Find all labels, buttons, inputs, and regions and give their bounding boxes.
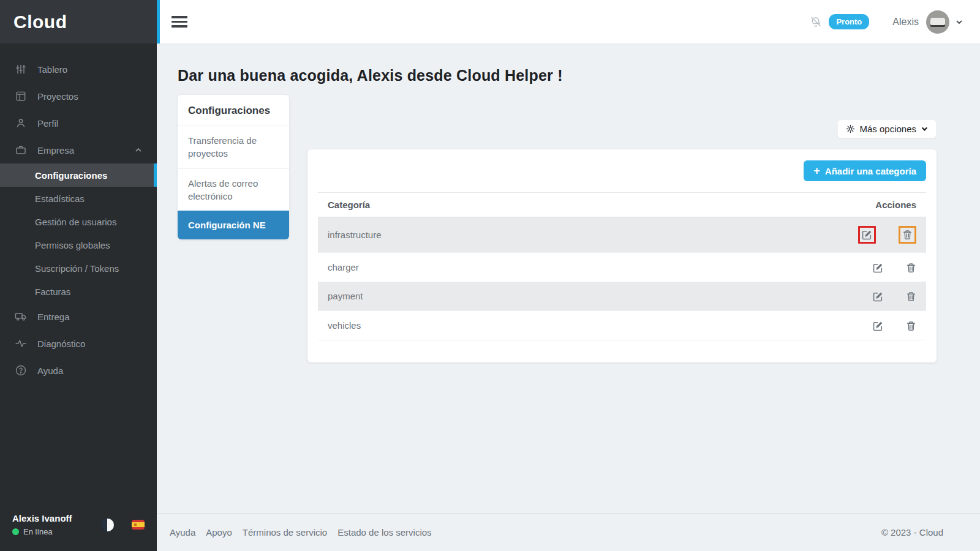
settings-item-transferencia[interactable]: Transferencia de proyectos [178,126,289,168]
dark-mode-toggle-icon[interactable] [100,518,115,532]
delete-icon[interactable] [906,263,916,273]
sidebar-item-proyectos[interactable]: Proyectos [0,83,157,110]
table-row: infrastructure [318,217,926,253]
table-row: charger [318,253,926,282]
topbar: Pronto Alexis [157,0,980,43]
submenu-item-suscripcion-tokens[interactable]: Suscripción / Tokens [0,257,157,280]
submenu-item-gestion-de-usuarios[interactable]: Gestión de usuarios [0,210,157,233]
sidebar-item-label: Ayuda [37,365,63,376]
sidebar-item-label: Tablero [37,64,67,75]
table-row: payment [318,282,926,311]
edit-icon[interactable] [858,226,876,244]
right-column: Más opciones + Añadir una categoría [307,95,937,362]
briefcase-icon [15,144,27,156]
settings-item-configuracion-ne[interactable]: Configuración NE [178,211,289,239]
categories-table: Categoría Acciones infrastructure [318,192,926,340]
truck-icon [15,310,27,323]
chevron-up-icon [135,146,142,154]
sidebar-item-label: Entrega [37,312,70,322]
footer-link-estado-servicios[interactable]: Estado de los servicios [337,527,431,538]
empresa-submenu: Configuraciones Estadísticas Gestión de … [0,163,157,303]
topbar-username[interactable]: Alexis [892,17,919,28]
settings-item-alertas-correo[interactable]: Alertas de correo electrónico [178,168,289,211]
submenu-item-facturas[interactable]: Facturas [0,280,157,303]
sidebar-item-label: Empresa [37,145,135,156]
sidebar: Cloud Tablero Proyectos Perfil [0,0,157,551]
spanish-flag-icon[interactable] [132,520,145,530]
delete-icon[interactable] [899,226,916,244]
person-icon [15,117,27,129]
category-cell: charger [318,253,612,282]
avatar[interactable] [926,10,949,34]
kanban-icon [15,90,27,102]
category-cell: infrastructure [318,217,612,253]
column-header-categoria: Categoría [318,193,612,217]
delete-icon[interactable] [906,321,916,331]
hamburger-menu-icon[interactable] [168,10,191,34]
settings-panel: Configuraciones Transferencia de proyect… [178,95,289,239]
sidebar-item-ayuda[interactable]: Ayuda [0,357,157,384]
footer: Ayuda Apoyo Términos de servicio Estado … [157,513,980,551]
activity-icon [15,337,27,350]
pronto-badge: Pronto [829,14,869,29]
app-root: Cloud Tablero Proyectos Perfil [0,0,980,551]
edit-icon[interactable] [873,263,883,273]
sidebar-user-block: Alexis Ivanoff En línea [0,503,157,551]
help-icon [15,364,27,377]
delete-icon[interactable] [906,291,916,302]
footer-link-ayuda[interactable]: Ayuda [170,527,195,538]
category-cell: vehicles [318,311,612,340]
page-title: Dar una buena acogida, Alexis desde Clou… [178,67,937,84]
categories-card: + Añadir una categoría Categoría Accione… [307,149,937,362]
sidebar-item-label: Diagnóstico [37,339,85,349]
bell-slash-icon[interactable] [809,15,823,29]
sidebar-item-perfil[interactable]: Perfil [0,110,157,137]
add-category-label: Añadir una categoría [825,166,916,176]
sidebar-item-label: Proyectos [37,91,78,102]
chevron-down-icon[interactable] [956,18,963,26]
content: Dar una buena acogida, Alexis desde Clou… [157,43,980,513]
caret-down-icon [921,126,928,132]
edit-icon[interactable] [873,291,883,302]
more-options-label: Más opciones [859,124,916,134]
category-cell: payment [318,282,612,311]
online-status-dot [12,528,19,535]
logo-area: Cloud [0,0,157,43]
online-status-label: En línea [23,527,53,536]
sidebar-nav: Tablero Proyectos Perfil Empresa [0,43,157,384]
column-header-acciones: Acciones [612,193,926,217]
submenu-item-permisos-globales[interactable]: Permisos globales [0,233,157,257]
settings-panel-title: Configuraciones [178,95,289,126]
add-category-button[interactable]: + Añadir una categoría [804,160,926,181]
plus-icon: + [813,165,820,176]
gear-icon [846,124,855,133]
sidebar-user-name: Alexis Ivanoff [12,513,100,523]
footer-link-apoyo[interactable]: Apoyo [206,527,232,538]
submenu-item-estadisticas[interactable]: Estadísticas [0,187,157,210]
table-row: vehicles [318,311,926,340]
sidebar-item-label: Perfil [37,118,58,129]
more-options-button[interactable]: Más opciones [837,119,937,138]
sidebar-item-diagnostico[interactable]: Diagnóstico [0,330,157,357]
app-logo: Cloud [13,12,67,32]
copyright-text: © 2023 - Cloud [881,527,943,538]
footer-link-terminos[interactable]: Términos de servicio [243,527,327,538]
main-area: Pronto Alexis Dar una buena acogida, Ale… [157,0,980,551]
submenu-item-configuraciones[interactable]: Configuraciones [0,163,157,187]
sidebar-item-empresa[interactable]: Empresa [0,137,157,163]
sidebar-item-tablero[interactable]: Tablero [0,56,157,83]
sidebar-item-entrega[interactable]: Entrega [0,303,157,330]
sidebar-user-status: En línea [12,527,100,536]
edit-icon[interactable] [873,321,883,331]
sliders-icon [15,63,27,75]
